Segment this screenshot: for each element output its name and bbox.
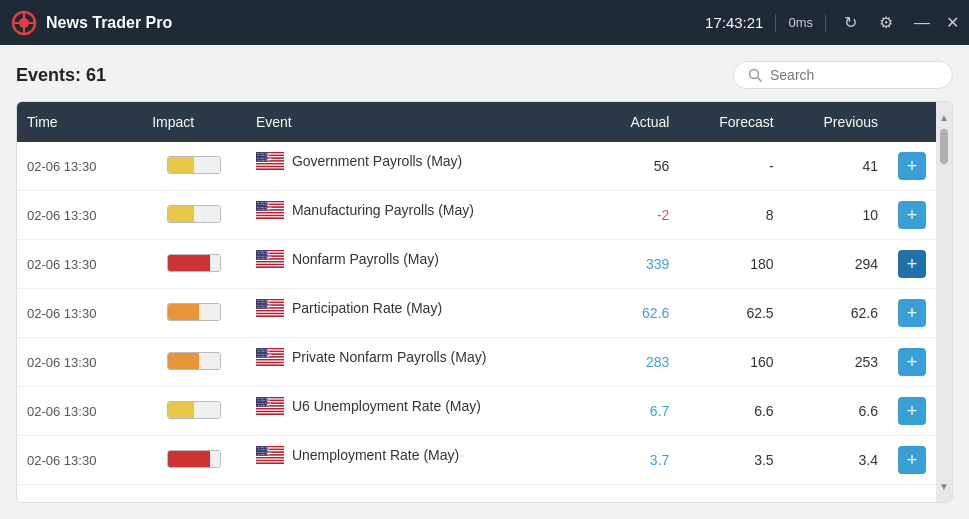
- add-button[interactable]: +: [898, 299, 926, 327]
- svg-rect-37: [256, 213, 284, 214]
- add-button[interactable]: +: [898, 201, 926, 229]
- svg-rect-59: [256, 267, 284, 268]
- main-area: Events: 61 Time Impact Event Actual: [0, 45, 969, 519]
- flag-icon: ★ ★ ★ ★ ★ ★ ★ ★ ★ ★ ★ ★ ★ ★ ★ ★ ★ ★ ★ ★ …: [256, 250, 284, 268]
- add-button[interactable]: +: [898, 152, 926, 180]
- cell-action: +: [888, 289, 936, 338]
- cell-actual: 339: [597, 240, 680, 289]
- close-button[interactable]: ✕: [946, 13, 959, 32]
- svg-rect-18: [256, 164, 284, 165]
- svg-point-1: [19, 18, 29, 28]
- flag-icon: ★ ★ ★ ★ ★ ★ ★ ★ ★ ★ ★ ★ ★ ★ ★ ★ ★ ★ ★ ★ …: [256, 446, 284, 464]
- cell-action: +: [888, 436, 936, 485]
- cell-actual: 6.7: [597, 387, 680, 436]
- table-scroll-area[interactable]: Time Impact Event Actual Forecast Previo…: [17, 102, 936, 502]
- table-row: 02-06 13:30 ★ ★ ★ ★ ★ ★ ★ ★ ★ ★ ★ ★ ★ ★ …: [17, 289, 936, 338]
- svg-rect-76: [256, 313, 284, 314]
- flag-icon: ★ ★ ★ ★ ★ ★ ★ ★ ★ ★ ★ ★ ★ ★ ★ ★ ★ ★ ★ ★ …: [256, 152, 284, 170]
- cell-previous: 10: [784, 191, 888, 240]
- flag-icon: ★ ★ ★ ★ ★ ★ ★ ★ ★ ★ ★ ★ ★ ★ ★ ★ ★ ★ ★ ★ …: [256, 201, 284, 219]
- cell-impact: [142, 142, 246, 191]
- app-logo: News Trader Pro: [10, 9, 705, 37]
- scrollbar[interactable]: ▲ ▼: [936, 102, 952, 502]
- svg-rect-20: [256, 167, 284, 168]
- table-row: 02-06 13:30 ★ ★ ★ ★ ★ ★ ★ ★ ★ ★ ★ ★ ★ ★ …: [17, 142, 936, 191]
- svg-rect-17: [256, 163, 284, 164]
- search-input[interactable]: [770, 67, 930, 83]
- svg-rect-75: [256, 311, 284, 312]
- add-button[interactable]: +: [898, 397, 926, 425]
- cell-impact: [142, 338, 246, 387]
- svg-rect-56: [256, 262, 284, 263]
- table-header-row: Time Impact Event Actual Forecast Previo…: [17, 102, 936, 142]
- cell-previous: 41: [784, 142, 888, 191]
- table-row: 02-06 13:30 ★ ★ ★ ★ ★ ★ ★ ★ ★ ★ ★ ★ ★ ★ …: [17, 436, 936, 485]
- svg-rect-92: [256, 358, 284, 359]
- svg-rect-19: [256, 166, 284, 167]
- cell-action: +: [888, 387, 936, 436]
- svg-rect-97: [256, 365, 284, 366]
- flag-icon: ★ ★ ★ ★ ★ ★ ★ ★ ★ ★ ★ ★ ★ ★ ★ ★ ★ ★ ★ ★ …: [256, 397, 284, 415]
- cell-action: +: [888, 240, 936, 289]
- cell-previous: 3.4: [784, 436, 888, 485]
- svg-rect-35: [256, 211, 284, 212]
- table-row: 02-06 13:30 ★ ★ ★ ★ ★ ★ ★ ★ ★ ★ ★ ★ ★ ★ …: [17, 191, 936, 240]
- col-header-action: [888, 102, 936, 142]
- minimize-button[interactable]: —: [910, 11, 934, 35]
- refresh-button[interactable]: ↻: [838, 11, 862, 35]
- cell-event: ★ ★ ★ ★ ★ ★ ★ ★ ★ ★ ★ ★ ★ ★ ★ ★ ★ ★ ★ ★ …: [246, 338, 597, 376]
- svg-rect-130: [256, 456, 284, 457]
- divider-2: [825, 14, 826, 32]
- svg-rect-131: [256, 457, 284, 458]
- events-count: Events: 61: [16, 65, 106, 86]
- cell-forecast: -: [679, 142, 783, 191]
- scroll-up-arrow[interactable]: ▲: [936, 110, 952, 125]
- scroll-down-arrow[interactable]: ▼: [936, 479, 952, 494]
- add-button[interactable]: +: [898, 446, 926, 474]
- svg-rect-112: [256, 408, 284, 409]
- svg-rect-77: [256, 314, 284, 315]
- event-name: Manufacturing Payrolls (May): [292, 202, 474, 218]
- cell-impact: [142, 191, 246, 240]
- event-name: Participation Rate (May): [292, 300, 442, 316]
- svg-line-7: [758, 78, 762, 82]
- cell-actual: -2: [597, 191, 680, 240]
- cell-time: 02-06 13:30: [17, 289, 142, 338]
- flag-icon: ★ ★ ★ ★ ★ ★ ★ ★ ★ ★ ★ ★ ★ ★ ★ ★ ★ ★ ★ ★ …: [256, 348, 284, 366]
- search-box: [733, 61, 953, 89]
- add-button[interactable]: +: [898, 250, 926, 278]
- col-header-forecast: Forecast: [679, 102, 783, 142]
- clock-display: 17:43:21: [705, 14, 763, 31]
- svg-rect-115: [256, 412, 284, 413]
- cell-actual: 283: [597, 338, 680, 387]
- cell-action: +: [888, 338, 936, 387]
- col-header-actual: Actual: [597, 102, 680, 142]
- add-button[interactable]: +: [898, 348, 926, 376]
- cell-time: 02-06 13:30: [17, 387, 142, 436]
- cell-previous: 253: [784, 338, 888, 387]
- latency-display: 0ms: [788, 15, 813, 30]
- event-name: Unemployment Rate (May): [292, 447, 459, 463]
- cell-time: 02-06 13:30: [17, 191, 142, 240]
- svg-rect-58: [256, 265, 284, 266]
- cell-time: 02-06 13:30: [17, 142, 142, 191]
- svg-rect-39: [256, 216, 284, 217]
- cell-time: 02-06 13:30: [17, 436, 142, 485]
- cell-time: 02-06 13:30: [17, 338, 142, 387]
- svg-rect-93: [256, 359, 284, 360]
- col-header-event: Event: [246, 102, 597, 142]
- svg-rect-36: [256, 212, 284, 213]
- crosshair-icon: [10, 9, 38, 37]
- svg-rect-113: [256, 409, 284, 410]
- cell-actual: 56: [597, 142, 680, 191]
- svg-rect-38: [256, 215, 284, 216]
- svg-rect-16: [256, 162, 284, 163]
- svg-rect-116: [256, 414, 284, 415]
- cell-forecast: 3.5: [679, 436, 783, 485]
- svg-rect-135: [256, 463, 284, 464]
- scroll-thumb[interactable]: [940, 129, 948, 164]
- svg-rect-78: [256, 316, 284, 317]
- table-row: 02-06 13:30 ★ ★ ★ ★ ★ ★ ★ ★ ★ ★ ★ ★ ★ ★ …: [17, 387, 936, 436]
- settings-button[interactable]: ⚙: [874, 11, 898, 35]
- cell-impact: [142, 436, 246, 485]
